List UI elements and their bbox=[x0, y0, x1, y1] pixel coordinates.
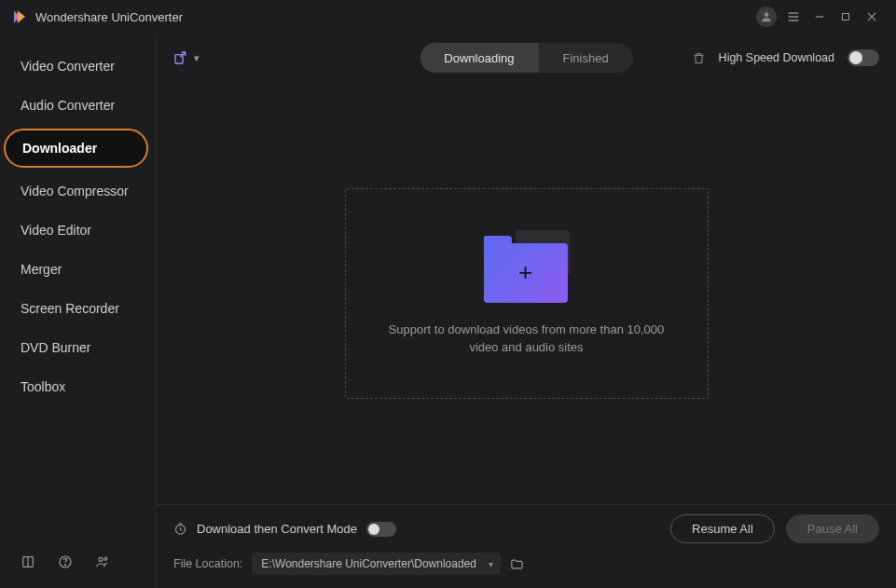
sidebar-item-toolbox[interactable]: Toolbox bbox=[0, 367, 156, 406]
svg-point-13 bbox=[104, 557, 107, 560]
high-speed-toggle[interactable] bbox=[848, 49, 879, 66]
book-icon[interactable] bbox=[21, 554, 35, 569]
sidebar-item-merger[interactable]: Merger bbox=[0, 250, 156, 289]
file-location-value: E:\Wondershare UniConverter\Downloaded bbox=[261, 557, 476, 570]
convert-mode-toggle[interactable] bbox=[366, 522, 396, 537]
sidebar-item-audio-converter[interactable]: Audio Converter bbox=[0, 86, 156, 125]
bottom-bar: Download then Convert Mode Resume All Pa… bbox=[157, 504, 896, 588]
tab-group: Downloading Finished bbox=[420, 43, 632, 73]
close-icon[interactable] bbox=[859, 4, 885, 30]
convert-mode-label: Download then Convert Mode bbox=[197, 522, 357, 536]
open-folder-icon[interactable] bbox=[510, 557, 524, 571]
sidebar-item-screen-recorder[interactable]: Screen Recorder bbox=[0, 289, 156, 328]
svg-point-11 bbox=[64, 565, 65, 566]
high-speed-label: High Speed Download bbox=[719, 51, 834, 64]
svg-point-0 bbox=[765, 12, 769, 17]
drop-hint-text: Support to download videos from more tha… bbox=[365, 321, 689, 357]
sidebar: Video Converter Audio Converter Download… bbox=[0, 34, 157, 588]
pause-all-button[interactable]: Pause All bbox=[786, 514, 879, 543]
app-logo-icon bbox=[11, 8, 28, 25]
tab-finished[interactable]: Finished bbox=[539, 43, 633, 73]
toolbar: ▾ Downloading Finished High Speed Downlo… bbox=[157, 34, 896, 82]
svg-point-12 bbox=[99, 557, 103, 561]
sidebar-item-video-converter[interactable]: Video Converter bbox=[0, 47, 156, 86]
main-panel: ▾ Downloading Finished High Speed Downlo… bbox=[157, 34, 896, 588]
file-location-label: File Location: bbox=[173, 557, 242, 570]
app-title: Wondershare UniConverter bbox=[35, 10, 756, 24]
titlebar: Wondershare UniConverter bbox=[0, 0, 896, 34]
file-location-select[interactable]: E:\Wondershare UniConverter\Downloaded ▾ bbox=[252, 553, 501, 575]
chevron-down-icon: ▾ bbox=[489, 559, 493, 569]
svg-rect-5 bbox=[843, 14, 849, 21]
resume-all-button[interactable]: Resume All bbox=[670, 514, 775, 543]
drop-zone[interactable]: + Support to download videos from more t… bbox=[345, 188, 709, 399]
sidebar-footer bbox=[0, 541, 156, 588]
minimize-icon[interactable] bbox=[806, 4, 833, 30]
menu-icon[interactable] bbox=[780, 4, 806, 30]
user-avatar[interactable] bbox=[756, 7, 777, 27]
trash-icon[interactable] bbox=[692, 51, 706, 65]
help-icon[interactable] bbox=[58, 554, 73, 569]
plus-icon: + bbox=[518, 258, 532, 287]
sidebar-item-video-editor[interactable]: Video Editor bbox=[0, 211, 156, 250]
sidebar-item-video-compressor[interactable]: Video Compressor bbox=[0, 171, 156, 211]
tab-downloading[interactable]: Downloading bbox=[420, 43, 538, 73]
content-area: + Support to download videos from more t… bbox=[157, 82, 896, 504]
add-folder-icon[interactable]: + bbox=[484, 230, 570, 303]
chevron-down-icon[interactable]: ▾ bbox=[194, 52, 200, 64]
paste-url-button[interactable]: ▾ bbox=[173, 49, 200, 66]
contacts-icon[interactable] bbox=[95, 554, 110, 569]
sidebar-item-dvd-burner[interactable]: DVD Burner bbox=[0, 328, 156, 367]
sidebar-item-downloader[interactable]: Downloader bbox=[4, 129, 148, 168]
maximize-icon[interactable] bbox=[833, 4, 859, 30]
clock-icon[interactable] bbox=[173, 522, 187, 536]
